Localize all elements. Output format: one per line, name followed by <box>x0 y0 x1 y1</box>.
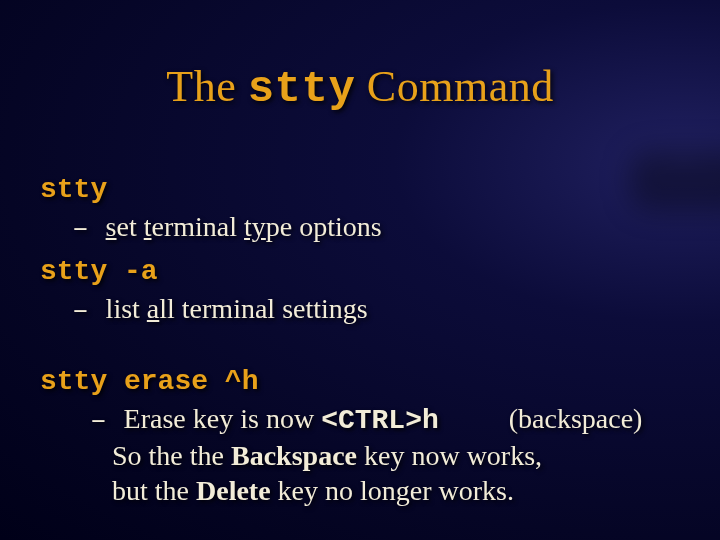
title-post: Command <box>355 62 553 111</box>
cmd-text: stty erase ^h <box>40 366 258 397</box>
title-cmd: stty <box>248 64 356 114</box>
slide: { "title": { "pre": "The ", "cmd": "stty… <box>0 0 720 540</box>
command-stty-erase: stty erase ^h <box>40 362 690 399</box>
title-pre: The <box>166 62 247 111</box>
spacer <box>40 334 690 362</box>
command-stty: stty <box>40 170 690 207</box>
command-stty-a: stty -a <box>40 252 690 289</box>
cmd-text: stty <box>40 174 107 205</box>
desc-stty-erase: – Erase key is now <CTRL>h(backspace) So… <box>40 401 690 508</box>
slide-body: stty – set terminal type options stty -a… <box>40 170 690 508</box>
cmd-text: stty -a <box>40 256 158 287</box>
desc-stty-a: – list all terminal settings <box>40 291 690 328</box>
slide-title: The stty Command <box>0 65 720 111</box>
desc-stty: – set terminal type options <box>40 209 690 246</box>
